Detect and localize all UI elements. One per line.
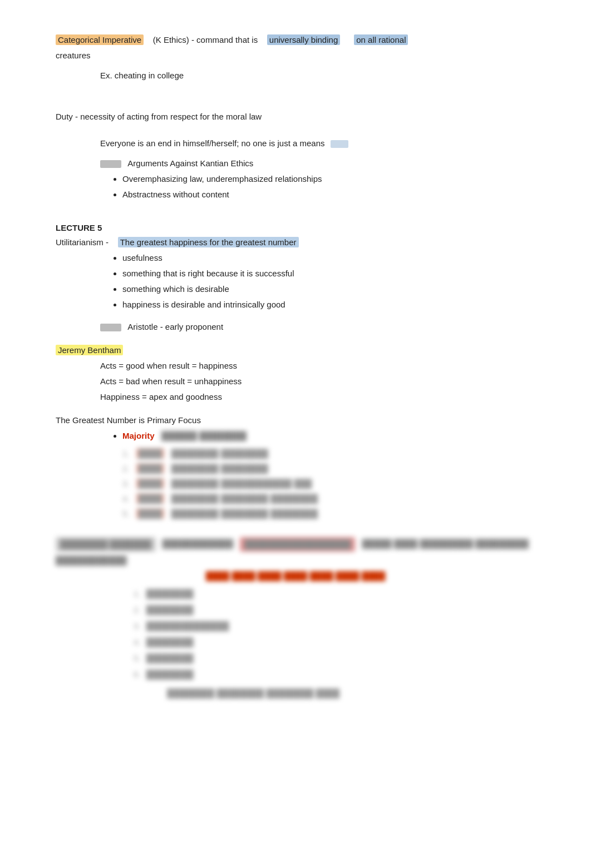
acts-bad-line: Acts = bad when result = unhappiness <box>100 375 535 388</box>
creatures-line: creatures <box>56 49 535 62</box>
blurred-items-container: 1. ████ ████████ ████████ 2. ████ ██████… <box>122 447 535 520</box>
blurred-item-3: 3. ████ ████████ ████████████ ███ <box>122 477 535 490</box>
majority-text: Majority <box>122 431 155 440</box>
blurred-subheader: ████████████ <box>56 554 535 567</box>
aristotle-line: Aristotle - early proponent <box>100 320 535 334</box>
blurred-bottom-item-6: 6. ████████ <box>134 668 535 681</box>
jeremy-bentham-highlight: Jeremy Bentham <box>56 345 123 355</box>
greatest-number-heading-line: The Greatest Number is Primary Focus <box>56 414 535 427</box>
on-all-rational-highlight: on all rational <box>354 34 408 45</box>
argument-1-text: Overemphasizing law, underemphasized rel… <box>122 174 322 183</box>
argument-item-1: Overemphasizing law, underemphasized rel… <box>122 172 535 186</box>
acts-bad-text: Acts = bad when result = unhappiness <box>100 376 242 386</box>
acts-good-text: Acts = good when result = happiness <box>100 361 237 370</box>
majority-item: Majority ██████ ████████ <box>122 429 535 443</box>
end-in-himself-line: Everyone is an end in himself/herself; n… <box>100 137 535 150</box>
categorical-imperative-line: Categorical Imperative (K Ethics) - comm… <box>56 33 535 47</box>
greatest-number-section: The Greatest Number is Primary Focus Maj… <box>56 414 535 520</box>
greatest-number-heading-text: The Greatest Number is Primary Focus <box>56 415 201 425</box>
duty-line: Duty - necessity of acting from respect … <box>56 110 535 123</box>
example-text: Ex. cheating in college <box>100 71 184 80</box>
blurred-item-2: 2. ████ ████████ ████████ <box>122 462 535 475</box>
util-item-2: something that is right because it is su… <box>122 267 535 280</box>
arguments-heading-line: Arguments Against Kantian Ethics <box>100 157 535 170</box>
arguments-list: Overemphasizing law, underemphasized rel… <box>122 172 535 201</box>
util-item-4: happiness is desirable and intrinsically… <box>122 298 535 311</box>
blurred-bottom-list: 1. ████████ 2. ████████ 3. █████████████… <box>134 587 535 681</box>
util-1-text: usefulness <box>122 253 162 262</box>
blurred-bottom-item-5: 5. ████████ <box>134 652 535 665</box>
duty-text: Duty - necessity of acting from respect … <box>56 112 262 121</box>
util-2-text: something that is right because it is su… <box>122 269 294 278</box>
categorical-imperative-highlight: Categorical Imperative <box>56 34 144 45</box>
example-line: Ex. cheating in college <box>100 69 535 82</box>
creatures-text: creatures <box>56 51 91 60</box>
blurred-header-line: ████████ ███████ ████████████ ██████████… <box>56 537 535 552</box>
utilitarianism-line: Utilitarianism - The greatest happiness … <box>56 236 535 249</box>
utilitarianism-prefix: Utilitarianism - <box>56 237 109 247</box>
happiness-apex-line: Happiness = apex and goodness <box>100 390 535 404</box>
end-in-himself-text: Everyone is an end in himself/herself; n… <box>100 138 325 148</box>
lecture5-heading-text: LECTURE 5 <box>56 223 102 232</box>
blurred-bottom-item-2: 2. ████████ <box>134 603 535 617</box>
aristotle-gray-block <box>100 324 121 331</box>
lecture5-section: LECTURE 5 Utilitarianism - The greatest … <box>56 221 535 334</box>
k-ethics-text: (K Ethics) - command that is <box>153 35 258 44</box>
arguments-heading-text: Arguments Against Kantian Ethics <box>127 158 253 168</box>
argument-item-2: Abstractness without content <box>122 188 535 201</box>
jeremy-bentham-section: Jeremy Bentham Acts = good when result =… <box>56 344 535 404</box>
argument-2-text: Abstractness without content <box>122 190 229 199</box>
majority-blurred-1: ██████ ████████ <box>161 431 247 440</box>
aristotle-text: Aristotle - early proponent <box>127 322 223 331</box>
acts-good-line: Acts = good when result = happiness <box>100 359 535 373</box>
lecture5-heading: LECTURE 5 <box>56 221 535 235</box>
universally-binding-highlight: universally binding <box>267 34 340 45</box>
util-4-text: happiness is desirable and intrinsically… <box>122 300 285 309</box>
blurred-red-center: ████ ████ ████ ████ ████ ████ ████ <box>56 569 535 583</box>
blurred-bottom-item-4: 4. ████████ <box>134 636 535 649</box>
blurred-bottom-item-1: 1. ████████ <box>134 587 535 601</box>
util-item-1: usefulness <box>122 251 535 265</box>
blurred-sub-note: ████████ ████████ ████████ ████ <box>167 687 535 700</box>
inline-highlight-box <box>331 140 348 148</box>
utilitarianism-highlight: The greatest happiness for the greatest … <box>118 237 299 247</box>
categorical-imperative-section: Categorical Imperative (K Ethics) - comm… <box>56 33 535 82</box>
blurred-bottom-section: ████████ ███████ ████████████ ██████████… <box>56 537 535 700</box>
util-item-3: something which is desirable <box>122 282 535 296</box>
greatest-number-list: Majority ██████ ████████ <box>122 429 535 443</box>
gray-block-decoration <box>100 160 121 168</box>
jeremy-bentham-line: Jeremy Bentham <box>56 344 535 357</box>
utilitarianism-list: usefulness something that is right becau… <box>122 251 535 311</box>
util-3-text: something which is desirable <box>122 284 229 294</box>
blurred-item-5: 5. ████ ████████ ████████ ████████ <box>122 507 535 520</box>
page-content: Categorical Imperative (K Ethics) - comm… <box>56 33 535 700</box>
blurred-bottom-item-3: 3. ██████████████ <box>134 619 535 633</box>
happiness-apex-text: Happiness = apex and goodness <box>100 392 222 401</box>
blurred-item-4: 4. ████ ████████ ████████ ████████ <box>122 492 535 505</box>
duty-section: Duty - necessity of acting from respect … <box>56 110 535 201</box>
blurred-item-1: 1. ████ ████████ ████████ <box>122 447 535 460</box>
